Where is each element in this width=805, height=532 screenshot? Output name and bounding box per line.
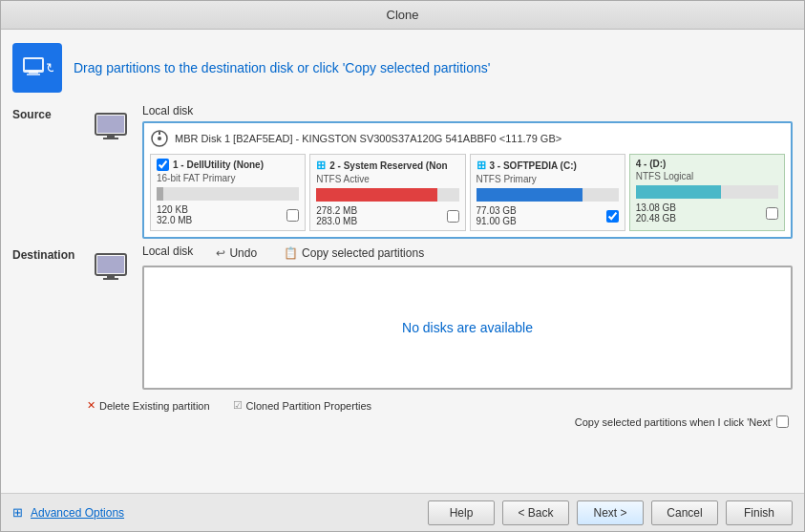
p1-dest-checkbox[interactable] — [286, 209, 299, 222]
dest-content: Local disk ↩ Undo 📋 Copy selected partit… — [87, 245, 793, 390]
p2-bar-container — [316, 188, 458, 202]
disk-icon — [150, 129, 169, 148]
p4-bar — [636, 185, 722, 199]
p3-bar — [477, 188, 583, 202]
destination-section: Destination Local disk — [12, 245, 793, 390]
back-label: < Back — [518, 506, 553, 520]
svg-rect-3 — [27, 74, 40, 75]
help-button[interactable]: Help — [428, 500, 495, 525]
copy-next-checkbox[interactable] — [776, 415, 789, 428]
p1-bar — [157, 187, 163, 201]
p3-sizes: 77.03 GB 91.00 GB — [477, 205, 517, 226]
source-sub-label: Local disk — [142, 104, 793, 117]
p3-win-icon: ⊞ — [477, 159, 486, 172]
clone-icon: ↻ — [12, 43, 62, 93]
advanced-options-link[interactable]: Advanced Options — [31, 506, 124, 520]
copy-selected-button[interactable]: 📋 Copy selected partitions — [280, 245, 428, 262]
p3-title: 3 - SOFTPEDIA (C:) — [490, 160, 577, 171]
svg-rect-7 — [107, 135, 115, 138]
bottom-options: ✕ Delete Existing partition ☑ Cloned Par… — [87, 395, 793, 415]
cancel-label: Cancel — [667, 506, 702, 520]
header-section: ↻ Drag partitions to the destination dis… — [12, 37, 793, 98]
svg-point-10 — [158, 137, 161, 140]
advanced-options-icon: ⊞ — [12, 505, 23, 520]
p2-size1: 278.2 MB — [316, 205, 357, 216]
bottom-options-area: ✕ Delete Existing partition ☑ Cloned Par… — [87, 395, 793, 428]
p4-bar-container — [636, 185, 778, 199]
dest-monitor-icon — [87, 245, 135, 285]
p3-type: NTFS Primary — [477, 174, 619, 184]
p1-checkbox[interactable] — [157, 159, 169, 171]
clone-window: Clone ↻ Drag partitions to the destinati… — [0, 0, 805, 532]
source-disk-container: MBR Disk 1 [B2AF5EAD] - KINGSTON SV300S3… — [142, 121, 793, 239]
undo-button[interactable]: ↩ Undo — [212, 245, 261, 262]
cloned-props-option: ☑ Cloned Partition Properties — [233, 399, 371, 412]
p3-size1: 77.03 GB — [477, 205, 517, 216]
source-content: Local disk MBR Disk 1 — [87, 104, 793, 239]
undo-label: Undo — [229, 246, 257, 260]
source-section: Source Local disk — [12, 104, 793, 239]
copy-label: Copy selected partitions — [302, 246, 424, 260]
p1-header: 1 - DellUtility (None) — [157, 159, 299, 171]
p2-bottom: 278.2 MB 283.0 MB — [316, 205, 458, 226]
p2-size2: 283.0 MB — [316, 216, 357, 226]
title-bar: Clone — [1, 1, 804, 30]
dest-disk-container: No disks are available — [142, 266, 793, 390]
source-label: Source — [12, 104, 79, 121]
p4-bottom: 13.08 GB 20.48 GB — [636, 202, 778, 223]
p2-win-icon: ⊞ — [316, 159, 326, 172]
svg-rect-8 — [103, 138, 118, 139]
undo-icon: ↩ — [216, 246, 225, 260]
no-disks-text: No disks are available — [402, 320, 533, 335]
partitions-row: 1 - DellUtility (None) 16-bit FAT Primar… — [150, 154, 785, 231]
p2-type: NTFS Active — [316, 174, 458, 184]
p1-size2: 32.0 MB — [157, 215, 192, 225]
partition-1: 1 - DellUtility (None) 16-bit FAT Primar… — [150, 154, 306, 231]
p1-size1: 120 KB — [157, 204, 192, 215]
dest-sub-label: Local disk — [142, 245, 193, 258]
p2-sizes: 278.2 MB 283.0 MB — [316, 205, 357, 226]
p3-dest-checkbox[interactable] — [606, 210, 619, 223]
check-icon: ☑ — [233, 399, 243, 412]
back-button[interactable]: < Back — [502, 500, 569, 525]
header-instruction: Drag partitions to the destination disk … — [74, 60, 490, 75]
p4-header: 4 - (D:) — [636, 159, 778, 169]
disk-label: MBR Disk 1 [B2AF5EAD] - KINGSTON SV300S3… — [175, 133, 561, 144]
dest-toolbar: Local disk ↩ Undo 📋 Copy selected partit… — [142, 245, 793, 262]
copy-next-row: Copy selected partitions when I click 'N… — [87, 415, 793, 428]
next-button[interactable]: Next > — [577, 500, 644, 525]
partition-3: ⊞ 3 - SOFTPEDIA (C:) NTFS Primary — [470, 154, 625, 231]
partition-4: 4 - (D:) NTFS Logical 13.08 GB — [629, 154, 785, 231]
window-title: Clone — [387, 8, 419, 22]
svg-rect-2 — [29, 71, 38, 74]
p2-title: 2 - System Reserved (Non — [329, 160, 447, 171]
advanced-options-label: Advanced Options — [31, 506, 124, 520]
delete-option: ✕ Delete Existing partition — [87, 399, 210, 412]
finish-label: Finish — [744, 506, 774, 520]
p2-dest-checkbox[interactable] — [447, 210, 459, 223]
svg-text:↻: ↻ — [46, 60, 53, 75]
disk-header: MBR Disk 1 [B2AF5EAD] - KINGSTON SV300S3… — [150, 129, 785, 148]
partition-2: ⊞ 2 - System Reserved (Non NTFS Active — [309, 154, 465, 231]
x-icon: ✕ — [87, 399, 95, 412]
svg-rect-15 — [103, 278, 118, 280]
p2-header: ⊞ 2 - System Reserved (Non — [316, 159, 458, 172]
p3-header: ⊞ 3 - SOFTPEDIA (C:) — [477, 159, 619, 172]
dest-label: Destination — [12, 245, 79, 262]
cancel-button[interactable]: Cancel — [651, 500, 718, 525]
cloned-props-label: Cloned Partition Properties — [246, 400, 371, 412]
svg-rect-1 — [25, 59, 42, 70]
p4-title: 4 - (D:) — [636, 159, 667, 169]
p1-bar-container — [157, 187, 299, 201]
next-label: Next > — [593, 506, 626, 520]
p4-size2: 20.48 GB — [636, 213, 676, 223]
p1-sizes: 120 KB 32.0 MB — [157, 204, 192, 225]
p2-bar — [316, 188, 437, 202]
svg-rect-13 — [97, 256, 124, 273]
p4-size1: 13.08 GB — [636, 202, 676, 213]
p4-dest-checkbox[interactable] — [766, 207, 778, 220]
finish-button[interactable]: Finish — [726, 500, 793, 525]
p3-bottom: 77.03 GB 91.00 GB — [477, 205, 619, 226]
p4-sizes: 13.08 GB 20.48 GB — [636, 202, 676, 223]
help-label: Help — [450, 506, 474, 520]
